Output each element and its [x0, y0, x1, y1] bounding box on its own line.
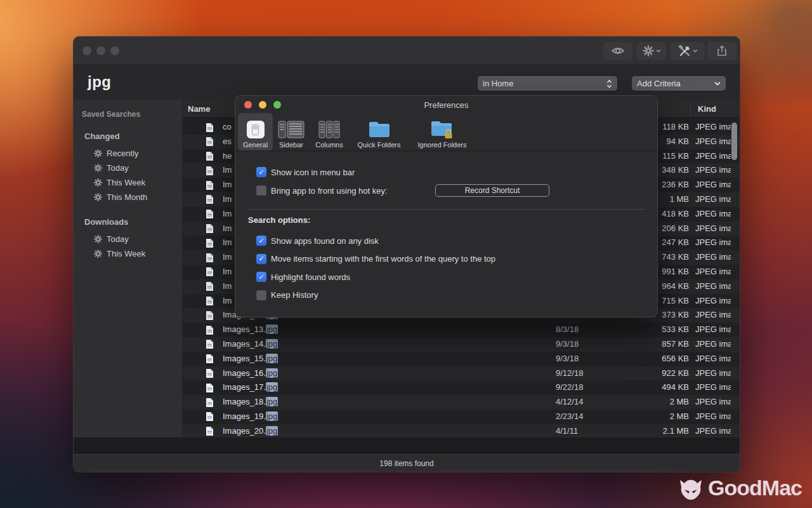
file-name: Images_13.jpg — [223, 323, 278, 337]
checkbox[interactable]: ✓ — [256, 254, 266, 264]
smart-folder-icon — [94, 193, 102, 201]
scope-popup[interactable]: in Home — [478, 76, 617, 91]
file-name: Im — [223, 236, 232, 250]
checkbox-row[interactable]: ✓ Highlight found words — [256, 272, 646, 282]
file-name: Im — [223, 250, 232, 265]
sidebar-item[interactable]: Today — [74, 161, 182, 175]
column-header-kind[interactable]: Kind — [698, 104, 716, 114]
document-icon — [206, 398, 214, 408]
minimize-window-button[interactable] — [96, 46, 105, 55]
column-header-name[interactable]: Name — [188, 104, 210, 114]
watermark: GoodMac — [676, 474, 802, 502]
check-icon: ✓ — [258, 237, 264, 244]
document-icon — [206, 411, 214, 422]
preferences-tab-label: Columns — [310, 141, 348, 149]
file-name: Im — [223, 265, 232, 279]
checkbox-row[interactable]: ✓ Keep History — [256, 290, 646, 300]
sidebar-item-label: This Week — [107, 178, 145, 187]
checkbox-label: Highlight found words — [271, 272, 350, 282]
document-icon — [206, 339, 214, 349]
file-kind: JPEG image — [695, 424, 731, 439]
checkbox[interactable]: ✓ — [256, 272, 266, 282]
checkbox-row[interactable]: ✓ Show apps found on any disk — [256, 236, 646, 246]
file-name: Images_17.jpg — [223, 380, 278, 395]
document-icon — [206, 137, 214, 147]
smart-folder-icon — [94, 250, 102, 258]
table-row[interactable]: Images_13.jpg 8/3/18 533 KB JPEG image — [183, 323, 740, 337]
file-kind: JPEG image — [695, 250, 731, 265]
file-size: 2.1 MB — [627, 424, 689, 439]
checkbox-row[interactable]: ✓ Show icon in menu bar — [256, 167, 646, 177]
document-icon — [206, 166, 214, 176]
file-kind: JPEG image — [695, 337, 731, 352]
checkbox-row[interactable]: ✓ Move items starting with the first wor… — [256, 254, 646, 264]
table-row[interactable]: Images_16.jpg 9/12/18 922 KB JPEG image — [183, 366, 740, 381]
quicklook-button[interactable] — [603, 42, 632, 60]
file-name: Im — [223, 294, 232, 309]
chevron-down-icon — [656, 49, 661, 53]
sidebar-item[interactable]: Recently — [74, 146, 182, 161]
file-name: Im — [223, 279, 232, 294]
sidebar-item[interactable]: Today — [74, 232, 182, 246]
file-name: es — [223, 135, 232, 149]
sidebar-item-label: Today — [107, 234, 129, 244]
document-icon — [206, 311, 214, 321]
file-size: 922 KB — [627, 366, 689, 381]
document-icon — [206, 325, 214, 335]
close-window-button[interactable] — [82, 46, 91, 55]
file-kind: JPEG image — [695, 236, 731, 250]
file-kind: JPEG image — [695, 380, 731, 395]
document-icon — [206, 253, 214, 263]
search-header: jpg in Home Add Criteria — [74, 65, 740, 100]
sidebar-section: Downloads Today This Week — [74, 217, 182, 261]
preferences-tab[interactable]: Sidebar — [273, 113, 310, 150]
table-row[interactable]: Images_14.jpg 9/3/18 857 KB JPEG image — [183, 337, 740, 352]
file-name: Im — [223, 192, 232, 207]
checkbox-row[interactable]: ✓ Bring app to front using hot key: Reco… — [256, 185, 646, 196]
table-row[interactable]: Images_17.jpg 9/22/18 494 KB JPEG image — [183, 380, 740, 395]
checkbox[interactable]: ✓ — [256, 185, 266, 196]
share-button[interactable] — [707, 42, 737, 60]
preferences-tab[interactable]: General — [238, 113, 273, 150]
preferences-tab-label: Ignored Folders — [412, 141, 471, 149]
checkbox-label: Show apps found on any disk — [271, 236, 379, 246]
preferences-tab-label: Sidebar — [274, 141, 308, 149]
table-row[interactable]: Images_19.jpg 2/23/14 2 MB JPEG image — [183, 410, 740, 424]
check-icon: ✓ — [258, 255, 264, 262]
checkbox[interactable]: ✓ — [256, 290, 266, 300]
file-name: Images_15.jpg — [223, 352, 278, 366]
checkbox-label: Move items starting with the first words… — [271, 254, 495, 264]
zoom-window-button[interactable] — [110, 46, 119, 55]
tools-menu-button[interactable] — [671, 42, 705, 60]
table-row[interactable]: Images_20.jpg 4/1/11 2.1 MB JPEG image — [183, 424, 740, 439]
file-kind: JPEG image — [695, 352, 731, 366]
smart-folder-icon — [94, 164, 102, 172]
checkbox[interactable]: ✓ — [256, 167, 266, 177]
file-size: 494 KB — [627, 380, 689, 395]
document-icon — [206, 296, 214, 306]
preferences-tab[interactable]: Ignored Folders — [409, 113, 475, 150]
checkbox-label: Bring app to front using hot key: — [271, 186, 388, 196]
gear-icon — [643, 45, 654, 57]
sidebar-item[interactable]: This Month — [74, 190, 182, 204]
preferences-tab[interactable]: Columns — [310, 113, 349, 150]
record-shortcut-button[interactable]: Record Shortcut — [435, 184, 549, 197]
document-icon — [206, 209, 214, 219]
table-row[interactable]: Images_18.jpg 4/12/14 2 MB JPEG image — [183, 395, 740, 410]
table-row[interactable]: Images_15.jpg 9/3/18 656 KB JPEG image — [183, 352, 740, 366]
file-name: Images_18.jpg — [223, 395, 278, 410]
actions-menu-button[interactable] — [637, 42, 666, 60]
chevron-down-icon — [714, 81, 721, 86]
sidebar-item[interactable]: This Week — [74, 175, 182, 190]
checkbox[interactable]: ✓ — [256, 236, 266, 246]
file-date: 2/23/14 — [556, 410, 583, 424]
file-name: Im — [223, 222, 232, 236]
sidebar-icon — [278, 118, 304, 141]
document-icon — [206, 281, 214, 291]
sidebar-item[interactable]: This Week — [74, 246, 182, 261]
add-criteria-button[interactable]: Add Criteria — [632, 76, 726, 91]
vertical-scrollbar[interactable] — [731, 120, 738, 438]
file-kind: JPEG image — [695, 395, 731, 410]
preferences-tab[interactable]: Quick Folders — [349, 113, 409, 150]
scrollbar-thumb[interactable] — [731, 123, 737, 160]
